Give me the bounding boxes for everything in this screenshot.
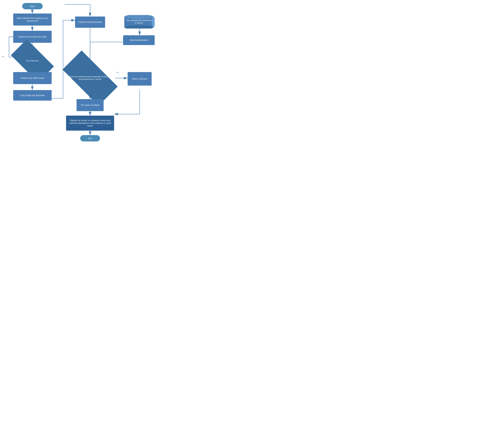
name-subject-box: The name of subject (77, 99, 104, 111)
return-unknown-label: Return unknown (132, 77, 147, 80)
compare-landmarks-text: Compare the estimated facial landmarks t… (64, 74, 116, 82)
estimate-landmarks-label: Estimate facial landmarks (78, 21, 102, 23)
flowchart-container: Start Video transfer from raspberry pi t… (0, 0, 168, 144)
face-detection-diamond: Face detection (13, 50, 52, 72)
return-unknown-box: Return unknown (128, 72, 152, 86)
yes-label-face: Yes (39, 69, 42, 71)
existing-landmarks-label: The existing facial landmarks in SQLite (123, 19, 155, 24)
no-label-face: No (2, 55, 4, 58)
display-results-label: Display the results on computer screen a… (67, 119, 113, 127)
data-deserialization-label: Data deserialization (130, 39, 148, 41)
estimate-landmarks-box: Estimate facial landmarks (75, 17, 105, 28)
crop-image-box: Crop image and grayscale (13, 90, 52, 101)
start-node: Start (22, 3, 43, 9)
data-deserialization-box: Data deserialization (123, 35, 155, 45)
no-label-compare: No (116, 71, 119, 73)
cloud-receive-label: Cloud server receive the video (18, 36, 46, 38)
crop-image-label: Crop image and grayscale (20, 94, 45, 97)
video-transfer-label: Video transfer from raspberry pi to clou… (14, 17, 50, 22)
compare-landmarks-diamond: Compare the estimated facial landmarks t… (64, 64, 116, 91)
yes-label-compare: Yes (93, 93, 96, 95)
position-face-box: Position face within frame (13, 72, 52, 84)
existing-landmarks-cylinder: The existing facial landmarks in SQLite (123, 15, 155, 28)
name-subject-label: The name of subject (81, 104, 100, 107)
cloud-receive-box: Cloud server receive the video (13, 31, 52, 43)
position-face-label: Position face within frame (20, 77, 45, 79)
end-node: End (80, 135, 100, 141)
display-results-box: Display the results on computer screen a… (66, 116, 114, 131)
start-label: Start (30, 5, 35, 8)
face-detection-text: Face detection (25, 58, 40, 64)
video-transfer-box: Video transfer from raspberry pi to clou… (13, 14, 52, 26)
end-label: End (88, 137, 92, 140)
